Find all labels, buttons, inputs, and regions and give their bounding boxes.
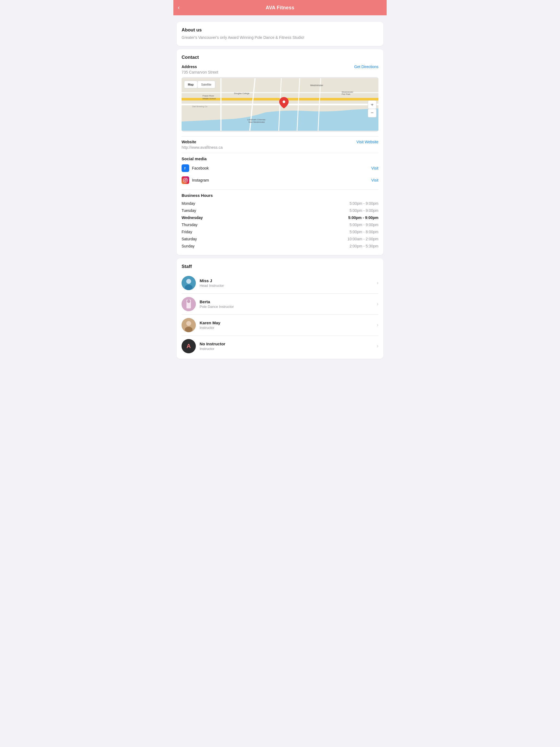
map-image: Map Satellite + − Westminster Westminste…	[182, 77, 378, 132]
instagram-row: Instagram Visit	[182, 174, 378, 186]
svg-text:−: −	[371, 110, 374, 115]
svg-text:Douglas College: Douglas College	[234, 92, 249, 94]
staff-name-noinstructor: No Instructor	[200, 341, 375, 346]
time-friday: 5:00pm - 8:00pm	[350, 230, 378, 234]
hours-wednesday: Wednesday 5:00pm - 9:00pm	[182, 214, 378, 221]
facebook-icon: f	[182, 164, 189, 172]
website-row: Website Visit Website	[182, 140, 378, 144]
staff-info-berta: Berta Pole Dance Instructor	[200, 300, 375, 309]
instagram-label: Instagram	[192, 178, 209, 182]
avatar-missj	[182, 276, 196, 290]
about-description: Greater's Vancouver's only Award Winning…	[182, 35, 378, 41]
svg-point-31	[186, 179, 187, 179]
visit-website-button[interactable]: Visit Website	[357, 140, 378, 144]
staff-title: Staff	[182, 264, 378, 269]
day-sunday: Sunday	[182, 244, 195, 248]
svg-text:Landmark Cinemas: Landmark Cinemas	[247, 118, 265, 121]
staff-item-berta[interactable]: Berta Pole Dance Instructor ›	[182, 294, 378, 315]
hours-saturday: Saturday 10:00am - 2:00pm	[182, 235, 378, 242]
svg-text:Westminster: Westminster	[342, 91, 354, 93]
time-thursday: 5:00pm - 9:00pm	[350, 223, 378, 227]
svg-point-30	[184, 179, 186, 181]
facebook-row: f Facebook Visit	[182, 162, 378, 174]
staff-info-noinstructor: No Instructor Instructor	[200, 341, 375, 351]
avatar-karen	[182, 318, 196, 332]
time-sunday: 2:00pm - 5:30pm	[350, 244, 378, 248]
svg-text:Satellite: Satellite	[201, 83, 211, 86]
svg-text:Oak Brewing Co: Oak Brewing Co	[192, 105, 207, 107]
staff-info-missj: Miss J Head Instructor	[200, 278, 375, 288]
time-monday: 5:00pm - 9:00pm	[350, 201, 378, 206]
staff-name-missj: Miss J	[200, 278, 375, 283]
avatar-berta	[182, 297, 196, 311]
time-tuesday: 5:00pm - 9:00pm	[350, 208, 378, 213]
address-row: Address Get Directions	[182, 65, 378, 69]
svg-point-40	[185, 327, 193, 332]
svg-text:New Westminster: New Westminster	[249, 121, 265, 123]
chevron-noinstructor: ›	[377, 343, 378, 349]
hours-tuesday: Tuesday 5:00pm - 9:00pm	[182, 207, 378, 214]
time-saturday: 10:00am - 2:00pm	[347, 237, 378, 241]
staff-role-karen: Instructor	[200, 326, 375, 330]
about-title: About us	[182, 27, 378, 33]
contact-title: Contact	[182, 55, 378, 60]
back-button[interactable]: ‹	[178, 5, 180, 11]
address-label: Address	[182, 65, 197, 69]
facebook-info: f Facebook	[182, 164, 209, 172]
day-saturday: Saturday	[182, 237, 197, 241]
staff-role-berta: Pole Dance Instructor	[200, 305, 375, 309]
facebook-visit-button[interactable]: Visit	[371, 166, 378, 170]
svg-text:+: +	[371, 101, 374, 107]
business-hours-title: Business Hours	[182, 193, 378, 198]
svg-point-33	[186, 279, 191, 284]
chevron-karen: ›	[377, 322, 378, 328]
staff-role-noinstructor: Instructor	[200, 347, 375, 351]
staff-name-berta: Berta	[200, 300, 375, 304]
avatar-noinstructor: A	[182, 339, 196, 353]
staff-card: Staff Miss J Head Instructor › Berta P	[177, 258, 383, 359]
app-header: ‹ AVA Fitness	[173, 0, 387, 15]
address-value: 735 Carnarvon Street	[182, 70, 378, 74]
hours-monday: Monday 5:00pm - 9:00pm	[182, 200, 378, 207]
staff-item-noinstructor[interactable]: A No Instructor Instructor ›	[182, 336, 378, 357]
contact-card: Contact Address Get Directions 735 Carna…	[177, 49, 383, 255]
day-friday: Friday	[182, 230, 192, 234]
day-monday: Monday	[182, 201, 195, 206]
svg-text:Pier Park: Pier Park	[342, 93, 351, 96]
time-wednesday: 5:00pm - 9:00pm	[348, 215, 378, 220]
svg-point-37	[187, 300, 190, 303]
facebook-label: Facebook	[192, 166, 209, 170]
svg-text:Fraser River: Fraser River	[203, 95, 214, 97]
svg-point-27	[283, 100, 285, 103]
day-wednesday: Wednesday	[182, 215, 203, 220]
svg-text:Map: Map	[188, 83, 194, 86]
chevron-missj: ›	[377, 280, 378, 286]
staff-info-karen: Karen May Instructor	[200, 320, 375, 330]
staff-role-missj: Head Instructor	[200, 284, 375, 288]
day-thursday: Thursday	[182, 223, 198, 227]
instagram-info: Instagram	[182, 176, 209, 184]
svg-point-39	[186, 321, 191, 326]
map-container[interactable]: Map Satellite + − Westminster Westminste…	[182, 77, 378, 132]
instagram-icon	[182, 176, 189, 184]
hours-friday: Friday 5:00pm - 8:00pm	[182, 228, 378, 235]
svg-rect-29	[183, 178, 187, 182]
hours-sunday: Sunday 2:00pm - 5:30pm	[182, 242, 378, 250]
svg-text:A: A	[186, 343, 191, 350]
app-title: AVA Fitness	[266, 5, 295, 11]
svg-point-34	[185, 285, 193, 290]
svg-text:f: f	[184, 166, 186, 170]
website-label: Website	[182, 140, 196, 144]
staff-item-karen[interactable]: Karen May Instructor ›	[182, 315, 378, 336]
svg-text:Westminster: Westminster	[310, 84, 323, 86]
about-card: About us Greater's Vancouver's only Awar…	[177, 22, 383, 46]
get-directions-button[interactable]: Get Directions	[354, 65, 378, 69]
staff-item-missj[interactable]: Miss J Head Instructor ›	[182, 273, 378, 294]
day-tuesday: Tuesday	[182, 208, 196, 213]
staff-name-karen: Karen May	[200, 320, 375, 325]
svg-text:Middle School: Middle School	[203, 97, 216, 100]
website-value: http://www.avafitness.ca	[182, 145, 378, 150]
hours-thursday: Thursday 5:00pm - 9:00pm	[182, 221, 378, 228]
chevron-berta: ›	[377, 301, 378, 307]
instagram-visit-button[interactable]: Visit	[371, 178, 378, 182]
